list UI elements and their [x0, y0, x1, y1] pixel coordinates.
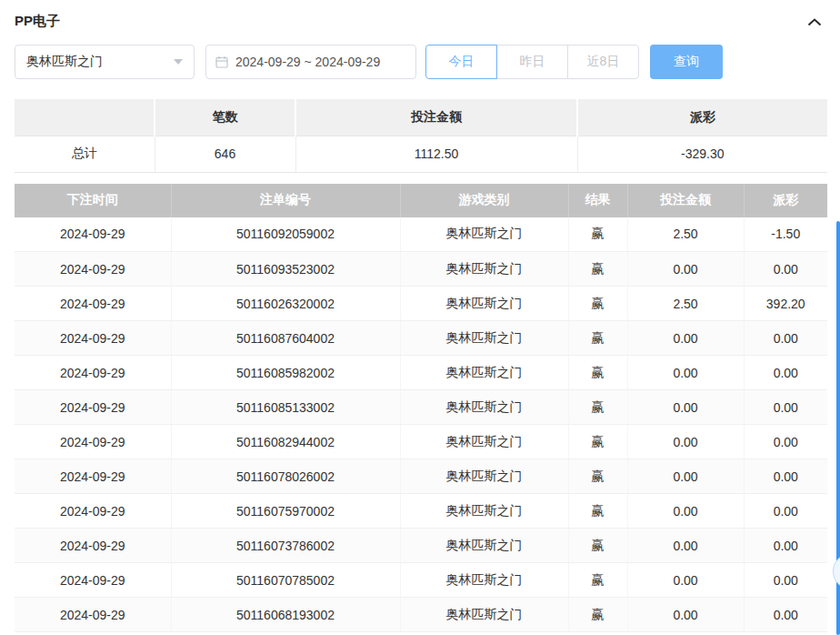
table-row: 2024-09-2950116073786002奥林匹斯之门赢0.000.00	[15, 529, 827, 563]
cell-order-id: 50116073786002	[171, 529, 400, 563]
cell-result: 赢	[568, 563, 627, 598]
cell-bet-time: 2024-09-29	[15, 494, 171, 529]
cell-order-id: 50116068193002	[171, 598, 400, 632]
table-row: 2024-09-2950116092059002奥林匹斯之门赢2.50-1.50	[15, 217, 827, 252]
game-select[interactable]: 奥林匹斯之门	[15, 45, 195, 79]
cell-result: 赢	[568, 459, 627, 494]
cell-bet-time: 2024-09-29	[15, 252, 171, 287]
cell-bet-time: 2024-09-29	[15, 390, 171, 425]
cell-bet-amount: 2.50	[627, 287, 744, 321]
quick-button-group: 今日 昨日 近8日	[425, 45, 639, 79]
cell-payout: 0.00	[744, 494, 827, 529]
cell-bet-amount: 0.00	[627, 321, 744, 356]
cell-bet-time: 2024-09-29	[15, 598, 171, 632]
cell-bet-time: 2024-09-29	[15, 529, 171, 563]
cell-result: 赢	[568, 425, 627, 459]
cell-bet-time: 2024-09-29	[15, 425, 171, 459]
game-select-value: 奥林匹斯之门	[26, 54, 103, 70]
cell-order-id: 50116082944002	[171, 425, 400, 459]
cell-result: 赢	[568, 494, 627, 529]
last-8-days-button[interactable]: 近8日	[567, 45, 639, 79]
collapse-button[interactable]	[807, 14, 822, 30]
cell-game-category: 奥林匹斯之门	[400, 287, 568, 321]
date-range-input[interactable]: 2024-09-29 ~ 2024-09-29	[205, 45, 416, 79]
cell-bet-amount: 0.00	[627, 425, 744, 459]
cell-result: 赢	[568, 598, 627, 632]
summary-header-bet-amount: 投注金额	[295, 99, 577, 136]
cell-bet-time: 2024-09-29	[15, 321, 171, 356]
cell-result: 赢	[568, 529, 627, 563]
cell-bet-time: 2024-09-29	[15, 563, 171, 598]
cell-bet-amount: 0.00	[627, 390, 744, 425]
cell-bet-time: 2024-09-29	[15, 287, 171, 321]
cell-game-category: 奥林匹斯之门	[400, 425, 568, 459]
pp-dianzi-panel: PP电子 奥林匹斯之门 2024-09-29 ~ 2024-09-29	[0, 0, 840, 632]
cell-result: 赢	[568, 287, 627, 321]
cell-order-id: 50116092059002	[171, 217, 400, 252]
cell-bet-time: 2024-09-29	[15, 459, 171, 494]
cell-bet-time: 2024-09-29	[15, 217, 171, 252]
summary-total-row: 总计 646 1112.50 -329.30	[15, 136, 827, 172]
table-row: 2024-09-2950116093523002奥林匹斯之门赢0.000.00	[15, 252, 827, 287]
cell-order-id: 50116085133002	[171, 390, 400, 425]
header-bet-amount: 投注金额	[627, 184, 744, 217]
summary-header-payout: 派彩	[577, 99, 827, 136]
table-row: 2024-09-2950116078026002奥林匹斯之门赢0.000.00	[15, 459, 827, 494]
cell-game-category: 奥林匹斯之门	[400, 598, 568, 632]
cell-game-category: 奥林匹斯之门	[400, 459, 568, 494]
cell-result: 赢	[568, 252, 627, 287]
summary-header-row: 笔数 投注金额 派彩	[15, 99, 827, 136]
cell-order-id: 50116085982002	[171, 356, 400, 390]
cell-payout: 0.00	[744, 390, 827, 425]
cell-bet-amount: 0.00	[627, 494, 744, 529]
cell-payout: 0.00	[744, 563, 827, 598]
cell-game-category: 奥林匹斯之门	[400, 252, 568, 287]
cell-payout: 392.20	[744, 287, 827, 321]
table-row: 2024-09-2950116026320002奥林匹斯之门赢2.50392.2…	[15, 287, 827, 321]
header-game-category: 游戏类别	[400, 184, 568, 217]
cell-game-category: 奥林匹斯之门	[400, 494, 568, 529]
cell-order-id: 50116087604002	[171, 321, 400, 356]
cell-result: 赢	[568, 356, 627, 390]
cell-payout: 0.00	[744, 252, 827, 287]
table-row: 2024-09-2950116087604002奥林匹斯之门赢0.000.00	[15, 321, 827, 356]
cell-payout: 0.00	[744, 598, 827, 632]
panel-header: PP电子	[0, 0, 840, 30]
search-button[interactable]: 查询	[650, 45, 723, 79]
cell-payout: -1.50	[744, 217, 827, 252]
cell-bet-amount: 2.50	[627, 217, 744, 252]
cell-game-category: 奥林匹斯之门	[400, 390, 568, 425]
cell-result: 赢	[568, 321, 627, 356]
cell-payout: 0.00	[744, 425, 827, 459]
header-result: 结果	[568, 184, 627, 217]
panel-title: PP电子	[15, 13, 60, 30]
calendar-icon	[215, 55, 228, 68]
cell-result: 赢	[568, 390, 627, 425]
cell-game-category: 奥林匹斯之门	[400, 217, 568, 252]
table-row: 2024-09-2950116085133002奥林匹斯之门赢0.000.00	[15, 390, 827, 425]
cell-order-id: 50116093523002	[171, 252, 400, 287]
summary-header-empty	[15, 99, 155, 136]
cell-order-id: 50116075970002	[171, 494, 400, 529]
summary-count-value: 646	[155, 136, 295, 172]
cell-bet-amount: 0.00	[627, 563, 744, 598]
header-order-id: 注单编号	[171, 184, 400, 217]
yesterday-button[interactable]: 昨日	[496, 45, 568, 79]
cell-payout: 0.00	[744, 459, 827, 494]
cell-payout: 0.00	[744, 356, 827, 390]
summary-table: 笔数 投注金额 派彩 总计 646 1112.50 -329.30	[15, 99, 827, 173]
today-button[interactable]: 今日	[425, 45, 497, 79]
cell-payout: 0.00	[744, 529, 827, 563]
cell-order-id: 50116026320002	[171, 287, 400, 321]
cell-payout: 0.00	[744, 321, 827, 356]
cell-bet-amount: 0.00	[627, 356, 744, 390]
cell-bet-amount: 0.00	[627, 598, 744, 632]
cell-game-category: 奥林匹斯之门	[400, 321, 568, 356]
cell-bet-time: 2024-09-29	[15, 356, 171, 390]
header-payout: 派彩	[744, 184, 827, 217]
bet-table-body: 2024-09-2950116092059002奥林匹斯之门赢2.50-1.50…	[15, 217, 827, 632]
filter-row: 奥林匹斯之门 2024-09-29 ~ 2024-09-29 今日 昨日 近8日…	[15, 45, 825, 79]
cell-result: 赢	[568, 217, 627, 252]
bet-table: 下注时间 注单编号 游戏类别 结果 投注金额 派彩 2024-09-295011…	[15, 184, 827, 633]
cell-order-id: 50116078026002	[171, 459, 400, 494]
